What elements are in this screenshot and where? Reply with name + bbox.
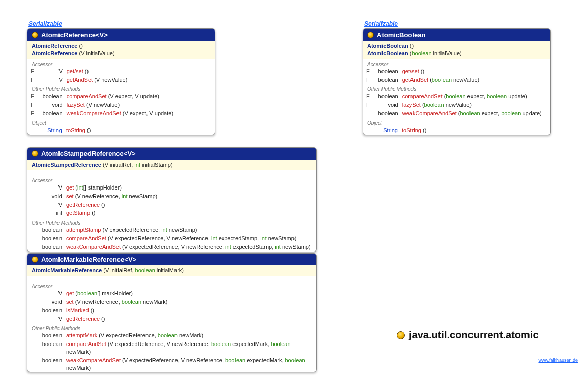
footer-link[interactable]: www.falkhausen.de — [538, 358, 578, 363]
accessor-label: Accessor — [27, 175, 316, 183]
method-signature: get (int[] stampHolder) — [64, 183, 316, 192]
modifier — [27, 289, 36, 298]
return-type: boolean — [36, 234, 64, 243]
object-methods: StringtoString () — [27, 126, 215, 135]
constructor: AtomicStampedReference (V initialRef, in… — [32, 161, 312, 169]
modifier — [27, 340, 36, 356]
accessor-label: Accessor — [27, 281, 316, 289]
other-public-methods: booleanattemptStamp (V expectedReference… — [27, 226, 316, 252]
accessor-methods: Fbooleanget/set ()FbooleangetAndSet (boo… — [363, 67, 550, 84]
method-signature: set (V newReference, int newStamp) — [64, 192, 316, 201]
method-signature: getReference () — [64, 315, 316, 323]
method-signature: attemptMark (V expectedReference, boolea… — [64, 331, 316, 340]
modifier — [27, 226, 36, 234]
package-name: java.util.concurrent.atomic — [409, 329, 539, 341]
modifier — [27, 298, 36, 306]
class-card-atomic-boolean: AtomicBoolean AtomicBoolean ()AtomicBool… — [363, 28, 551, 135]
method-row: VgetReference () — [27, 315, 316, 323]
method-row: intgetStamp () — [27, 209, 316, 217]
method-signature: getReference () — [64, 201, 316, 209]
return-type: boolean — [36, 243, 64, 252]
class-icon — [32, 32, 38, 38]
serializable-link[interactable]: Serializable — [28, 20, 62, 27]
modifier: F — [27, 67, 36, 76]
method-row: Vget (int[] stampHolder) — [27, 183, 316, 192]
method-row: StringtoString () — [27, 126, 215, 135]
constructor: AtomicReference (V initialValue) — [32, 50, 211, 57]
constructors-block: AtomicMarkableReference (V initialRef, b… — [27, 265, 316, 276]
return-type: int — [36, 209, 64, 217]
method-signature: get/set () — [65, 67, 215, 76]
modifier — [27, 234, 36, 243]
constructors-block: AtomicStampedReference (V initialRef, in… — [27, 160, 316, 170]
return-type: String — [36, 126, 64, 135]
modifier — [363, 126, 371, 135]
return-type: boolean — [36, 340, 64, 356]
method-signature: compareAndSet (V expect, V update) — [65, 92, 215, 101]
accessor-label: Accessor — [363, 59, 550, 67]
return-type: V — [36, 183, 64, 192]
accessor-methods: FVget/set ()FVgetAndSet (V newValue) — [27, 67, 215, 84]
method-row: FbooleancompareAndSet (boolean expect, b… — [363, 92, 550, 101]
class-card-atomic-stamped-reference: AtomicStampedReference<V> AtomicStampedR… — [27, 147, 317, 252]
class-body: AtomicReference ()AtomicReference (V ini… — [27, 41, 215, 135]
method-row: FVget/set () — [27, 67, 215, 76]
modifier — [27, 356, 36, 372]
return-type: boolean — [372, 76, 400, 84]
method-row: voidset (V newReference, int newStamp) — [27, 192, 316, 201]
method-row: FvoidlazySet (boolean newValue) — [363, 101, 550, 109]
return-type: V — [36, 76, 65, 84]
method-signature: compareAndSet (boolean expect, boolean u… — [400, 92, 550, 101]
constructor: AtomicBoolean (boolean initialValue) — [367, 50, 546, 57]
modifier — [27, 315, 36, 323]
class-header: AtomicStampedReference<V> — [27, 148, 316, 160]
modifier — [363, 109, 372, 118]
modifier — [27, 331, 36, 340]
method-row: booleanisMarked () — [27, 306, 316, 315]
class-name: AtomicMarkableReference<V> — [41, 256, 136, 263]
class-icon — [32, 256, 38, 263]
return-type: V — [36, 315, 64, 323]
modifier — [27, 183, 36, 192]
return-type: V — [36, 289, 64, 298]
other-public-label: Other Public Methods — [27, 84, 215, 92]
modifier: F — [363, 92, 372, 101]
method-signature: lazySet (boolean newValue) — [400, 101, 550, 109]
modifier: F — [363, 101, 372, 109]
method-row: VgetReference () — [27, 201, 316, 209]
class-name: AtomicBoolean — [377, 31, 425, 39]
return-type: boolean — [372, 92, 400, 101]
method-row: FbooleancompareAndSet (V expect, V updat… — [27, 92, 215, 101]
method-signature: attemptStamp (V expectedReference, int n… — [64, 226, 316, 234]
return-type: boolean — [372, 109, 400, 118]
package-title: java.util.concurrent.atomic — [397, 329, 539, 341]
method-signature: weakCompareAndSet (V expectedReference, … — [64, 243, 316, 252]
modifier — [27, 201, 36, 209]
method-signature: getStamp () — [64, 209, 316, 217]
serializable-link[interactable]: Serializable — [364, 20, 398, 27]
constructor: AtomicMarkableReference (V initialRef, b… — [32, 267, 312, 274]
method-row: booleancompareAndSet (V expectedReferenc… — [27, 340, 316, 356]
modifier: F — [27, 92, 36, 101]
accessor-methods: Vget (boolean[] markHolder)voidset (V ne… — [27, 289, 316, 323]
constructor: AtomicReference () — [32, 42, 211, 50]
method-signature: weakCompareAndSet (V expect, V update) — [65, 109, 215, 118]
class-body: AtomicBoolean ()AtomicBoolean (boolean i… — [363, 41, 550, 135]
method-row: FbooleangetAndSet (boolean newValue) — [363, 76, 550, 84]
method-row: booleanattemptStamp (V expectedReference… — [27, 226, 316, 234]
package-icon — [397, 331, 405, 339]
class-header: AtomicBoolean — [363, 29, 550, 41]
other-public-methods: FbooleancompareAndSet (V expect, V updat… — [27, 92, 215, 118]
object-label: Object — [27, 118, 215, 126]
modifier: F — [363, 67, 372, 76]
modifier: F — [27, 109, 36, 118]
other-public-label: Other Public Methods — [27, 323, 316, 331]
method-row: booleanweakCompareAndSet (boolean expect… — [363, 109, 550, 118]
modifier: F — [27, 101, 36, 109]
other-public-methods: FbooleancompareAndSet (boolean expect, b… — [363, 92, 550, 118]
return-type: V — [36, 201, 64, 209]
method-signature: toString () — [64, 126, 215, 135]
modifier — [27, 192, 36, 201]
class-body: AtomicStampedReference (V initialRef, in… — [27, 160, 316, 252]
return-type: boolean — [36, 356, 64, 372]
